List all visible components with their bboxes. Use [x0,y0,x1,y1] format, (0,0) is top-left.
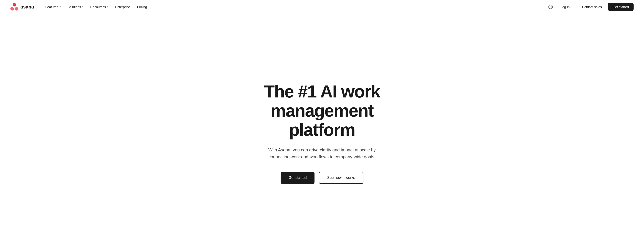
logo[interactable]: asana [10,3,34,11]
logo-text: asana [20,4,34,10]
chevron-down-icon: ▾ [82,6,83,8]
hero-buttons: Get started See how it works [280,172,364,184]
hero-section: The #1 AI work management platform With … [0,14,644,243]
nav-links: Features ▾ Solutions ▾ Resources ▾ Enter… [42,3,150,11]
contact-sales-button[interactable]: Contact sales [580,3,604,11]
hero-title: The #1 AI work management platform [244,82,400,139]
login-button[interactable]: Log In [558,3,572,11]
asana-logo-icon [10,3,18,11]
hero-see-how-button[interactable]: See how it works [319,172,364,184]
globe-icon[interactable] [547,3,554,11]
hero-subtitle: With Asana, you can drive clarity and im… [261,146,383,160]
nav-item-pricing[interactable]: Pricing [134,3,150,11]
nav-item-features[interactable]: Features ▾ [42,3,63,11]
nav-item-resources[interactable]: Resources ▾ [88,3,111,11]
svg-point-1 [10,7,14,11]
navbar-right: Log In Contact sales Get started [547,3,634,11]
nav-item-solutions[interactable]: Solutions ▾ [65,3,86,11]
nav-item-enterprise[interactable]: Enterprise [112,3,132,11]
svg-point-2 [15,7,18,11]
nav-divider [576,4,576,10]
navbar-left: asana Features ▾ Solutions ▾ Resources ▾… [10,3,150,11]
svg-point-0 [12,3,16,7]
hero-get-started-button[interactable]: Get started [280,172,314,184]
chevron-down-icon: ▾ [60,6,61,8]
chevron-down-icon: ▾ [107,6,108,8]
navbar: asana Features ▾ Solutions ▾ Resources ▾… [0,0,644,14]
get-started-nav-button[interactable]: Get started [608,3,634,11]
